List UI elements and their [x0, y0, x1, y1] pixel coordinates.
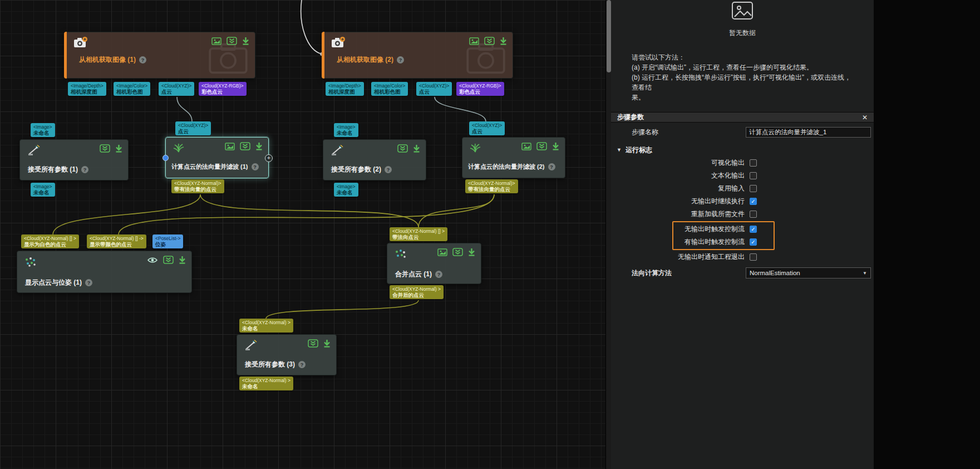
help-icon[interactable]: ?	[252, 163, 259, 170]
normal-method-select[interactable]: NormalEstimation ▼	[746, 267, 871, 279]
port-cam1-cloud[interactable]: <Cloud(XYZ)>点云	[159, 82, 194, 96]
port-calc1-out[interactable]: <Cloud(XYZ-Normal)>带有法向量的点云	[171, 179, 224, 193]
control-in-dot[interactable]	[162, 155, 169, 161]
help-icon[interactable]: ?	[298, 361, 306, 368]
port-recv1-out[interactable]: <Image>未命名	[31, 183, 55, 197]
wire-cam2-calc2[interactable]	[435, 97, 486, 121]
port-recv2-out[interactable]: <Image>未命名	[334, 183, 358, 197]
double-chevron-icon[interactable]	[397, 144, 408, 153]
port-recv2-in[interactable]: <Image>未命名	[334, 123, 358, 137]
port-calc1-in[interactable]: <Cloud(XYZ)>点云	[175, 121, 211, 135]
node-show-cloud-poses-1[interactable]: 显示点云与位姿 (1) ?	[17, 251, 192, 293]
port-recv3-in[interactable]: <Cloud(XYZ-Normal) >未命名	[239, 319, 293, 333]
wire-calc2-merge[interactable]	[418, 194, 494, 227]
step-run-icon[interactable]	[323, 339, 331, 348]
normal-method-row: 法向计算方法 NormalEstimation ▼	[611, 267, 874, 279]
run-flags-section[interactable]: ▼ 运行标志	[611, 145, 874, 155]
antenna-icon	[330, 145, 343, 158]
step-run-icon[interactable]	[500, 37, 507, 45]
node-capture-image-1[interactable]: 从相机获取图像 (1) ?	[64, 32, 255, 79]
help-icon[interactable]: ?	[85, 279, 92, 286]
port-display-poses[interactable]: <PoseList->位姿	[152, 234, 183, 248]
flag-row: 复用输入	[611, 182, 874, 195]
app-window: 从相机获取图像 (1) ? 从相机获取图像 (2) ?	[0, 0, 980, 469]
step-run-icon[interactable]	[413, 144, 420, 153]
scrollbar-thumb[interactable]	[607, 0, 611, 72]
port-calc2-out[interactable]: <Cloud(XYZ-Normal)>带有法向量的点云	[465, 179, 518, 193]
port-cam2-cloud[interactable]: <Cloud(XYZ)>点云	[416, 82, 452, 96]
antenna-icon	[244, 340, 257, 353]
flag-checkbox-0[interactable]	[750, 159, 757, 167]
node-graph-canvas[interactable]: 从相机获取图像 (1) ? 从相机获取图像 (2) ?	[0, 0, 605, 469]
double-chevron-icon[interactable]	[163, 256, 174, 264]
flag-checkbox-1[interactable]	[750, 172, 757, 179]
visualization-icon[interactable]	[469, 37, 479, 45]
close-icon[interactable]: ✕	[862, 114, 868, 121]
double-chevron-icon[interactable]	[452, 248, 463, 256]
port-display-color-cloud[interactable]: <Cloud(XYZ-Normal) [] ->显示带颜色的点云	[87, 234, 146, 248]
wire-calc1-merge[interactable]	[200, 194, 418, 227]
step-run-icon[interactable]	[115, 144, 122, 153]
collapse-triangle-icon[interactable]: ▼	[617, 147, 622, 153]
flag-checkbox-7[interactable]	[750, 253, 757, 261]
help-icon[interactable]: ?	[81, 166, 88, 173]
step-run-icon[interactable]	[468, 248, 475, 256]
double-chevron-icon[interactable]	[100, 144, 110, 153]
wire-calc1-display[interactable]	[53, 194, 200, 234]
port-cam2-cloud-rgb[interactable]: <Cloud(XYZ-RGB)>彩色点云	[456, 82, 504, 96]
port-cam2-depth[interactable]: <Image/Depth>相机深度图	[326, 82, 364, 96]
step-name-input[interactable]	[746, 127, 871, 138]
flag-checkbox-5[interactable]: ✓	[750, 226, 757, 233]
hint-line: 果。	[632, 92, 857, 102]
flag-checkbox-6[interactable]: ✓	[750, 238, 757, 246]
step-run-icon[interactable]	[179, 256, 186, 264]
node-merge-clouds-1[interactable]: 合并点云 (1) ?	[387, 243, 481, 284]
flag-row: 可视化输出	[611, 157, 874, 169]
wire-cam1-calc1[interactable]	[177, 97, 192, 121]
double-chevron-icon[interactable]	[240, 142, 250, 150]
port-recv1-in[interactable]: <Image>未命名	[31, 123, 55, 137]
help-icon[interactable]: ?	[139, 56, 146, 63]
help-icon[interactable]: ?	[548, 163, 555, 170]
step-run-icon[interactable]	[552, 142, 559, 150]
flag-label: 重新加载所需文件	[691, 209, 745, 219]
node-compute-normals-1[interactable]: 计算点云的法向量并滤波 (1) ? +	[165, 137, 269, 178]
control-out-plus-icon[interactable]: +	[265, 154, 273, 162]
flag-checkbox-3[interactable]: ✓	[750, 198, 757, 205]
double-chevron-icon[interactable]	[226, 37, 237, 45]
double-chevron-icon[interactable]	[308, 339, 318, 348]
port-cam1-depth[interactable]: <Image/Depth>相机深度图	[68, 82, 106, 96]
wire-control-cam2[interactable]	[301, 0, 322, 54]
visualization-icon[interactable]	[521, 143, 531, 150]
port-calc2-in[interactable]: <Cloud(XYZ)>点云	[469, 121, 505, 135]
port-cam1-color[interactable]: <Image/Color>相机彩色图	[114, 82, 150, 96]
flag-checkbox-2[interactable]	[750, 185, 757, 192]
node-accept-params-2[interactable]: 接受所有参数 (2) ?	[323, 139, 426, 180]
wire-merge-recv3[interactable]	[266, 300, 418, 319]
port-cam2-color[interactable]: <Image/Color>相机彩色图	[371, 82, 408, 96]
visualization-icon[interactable]	[211, 37, 221, 45]
node-title: 从相机获取图像 (2) ?	[337, 55, 510, 65]
node-compute-normals-2[interactable]: 计算点云的法向量并滤波 (2) ?	[462, 137, 565, 178]
visualization-empty-state: 暂无数据	[611, 0, 874, 38]
step-run-icon[interactable]	[242, 37, 249, 45]
visualization-icon[interactable]	[437, 248, 447, 256]
flag-checkbox-4[interactable]	[750, 211, 757, 218]
help-icon[interactable]: ?	[385, 166, 392, 173]
port-display-white-cloud[interactable]: <Cloud(XYZ-Normal) [] >显示为白色的点云	[21, 234, 79, 248]
port-recv3-out[interactable]: <Cloud(XYZ-Normal) >未命名	[239, 377, 293, 390]
eye-icon[interactable]	[147, 256, 158, 264]
node-accept-params-1[interactable]: 接受所有参数 (1) ?	[19, 139, 129, 180]
help-icon[interactable]: ?	[435, 271, 442, 278]
double-chevron-icon[interactable]	[536, 142, 547, 150]
help-icon[interactable]: ?	[397, 56, 404, 63]
visualization-icon[interactable]	[225, 143, 235, 150]
node-accept-params-3[interactable]: 接受所有参数 (3) ?	[237, 334, 337, 375]
port-merge-out[interactable]: <Cloud(XYZ-Normal) >合并后的点云	[390, 285, 444, 299]
canvas-scrollbar[interactable]	[605, 0, 611, 469]
node-capture-image-2[interactable]: 从相机获取图像 (2) ?	[322, 32, 513, 79]
step-run-icon[interactable]	[255, 142, 263, 150]
double-chevron-icon[interactable]	[484, 37, 495, 45]
port-cam1-cloud-rgb[interactable]: <Cloud(XYZ-RGB)>彩色点云	[199, 82, 247, 96]
port-merge-in[interactable]: <Cloud(XYZ-Normal) [] >带法向点云	[390, 227, 447, 241]
